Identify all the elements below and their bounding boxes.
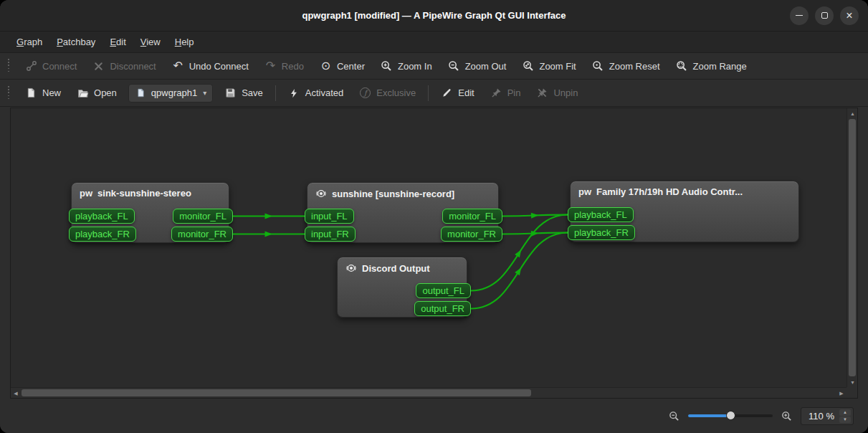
node-header: Discord Output (338, 257, 467, 274)
zoom-slider[interactable] (688, 411, 773, 421)
menu-edit[interactable]: Edit (103, 34, 132, 50)
node-sunshine[interactable]: sunshine [sunshine-record] input_FL inpu… (307, 182, 499, 243)
undo-connect-button[interactable]: ↶ Undo Connect (165, 56, 256, 77)
zoom-slider-handle[interactable] (726, 411, 735, 420)
zoom-slider-fill (688, 414, 730, 417)
port-monitor_FL[interactable]: monitor_FL (442, 209, 502, 224)
new-button[interactable]: New (18, 82, 68, 103)
scroll-up-icon[interactable]: ▲ (847, 108, 858, 118)
activated-toggle[interactable]: Activated (281, 82, 350, 103)
scrollbar-corner (846, 387, 857, 398)
edit-label: Edit (458, 87, 474, 98)
disconnect-icon (92, 60, 105, 72)
zoom-in-icon (381, 60, 393, 72)
connect-icon (25, 60, 37, 72)
save-icon (224, 87, 237, 99)
window-controls: × (790, 6, 868, 25)
chevron-down-icon: ▾ (201, 89, 206, 97)
activated-label: Activated (305, 87, 343, 98)
menu-help[interactable]: Help (168, 34, 201, 50)
unpin-button[interactable]: Unpin (529, 82, 585, 103)
zoom-out-icon (448, 60, 460, 72)
connect-button[interactable]: Connect (18, 56, 84, 77)
port-monitor_FR[interactable]: monitor_FR (441, 227, 502, 242)
exclusive-icon: ƒ (359, 87, 371, 99)
menu-view[interactable]: View (134, 34, 167, 50)
zoom-out-button[interactable]: Zoom Out (441, 56, 514, 77)
port-monitor_FL[interactable]: monitor_FL (173, 209, 233, 224)
node-title: Discord Output (362, 263, 430, 274)
scroll-right-icon[interactable]: ▶ (836, 388, 846, 399)
edit-button[interactable]: Edit (434, 82, 481, 103)
port-monitor_FR[interactable]: monitor_FR (171, 227, 233, 242)
redo-button[interactable]: ↷ Redo (257, 56, 311, 77)
port-playback_FR[interactable]: playback_FR (568, 225, 635, 240)
maximize-button[interactable] (815, 6, 834, 25)
node-family-hd-audio[interactable]: pw Family 17h/19h HD Audio Contr... play… (570, 181, 799, 242)
center-icon: ⊙ (320, 60, 332, 72)
open-button[interactable]: Open (70, 82, 124, 103)
port-input_FL[interactable]: input_FL (305, 209, 354, 224)
vertical-scrollbar[interactable]: ▲ ▼ (846, 108, 857, 387)
menu-patchbay[interactable]: Patchbay (50, 34, 102, 50)
toolbar-drag-handle[interactable] (7, 59, 11, 73)
node-title: sunshine [sunshine-record] (332, 189, 454, 199)
new-label: New (42, 87, 61, 98)
audio-record-icon (345, 262, 357, 274)
scroll-down-icon[interactable]: ▼ (847, 377, 858, 387)
app-window: qpwgraph1 [modified] — A PipeWire Graph … (0, 0, 868, 433)
patchbay-selector[interactable]: qpwgraph1 ▾ (128, 84, 213, 103)
toolbar-separator (428, 85, 429, 101)
vertical-scrollbar-handle[interactable] (849, 119, 856, 376)
window-title: qpwgraph1 [modified] — A PipeWire Graph … (0, 10, 868, 21)
disconnect-button[interactable]: Disconnect (85, 56, 163, 77)
node-sink-sunshine-stereo[interactable]: pw sink-sunshine-stereo playback_FL play… (71, 182, 229, 243)
exclusive-label: Exclusive (376, 87, 416, 98)
save-button[interactable]: Save (217, 82, 270, 103)
zoom-in-button[interactable]: Zoom In (373, 56, 439, 77)
minimize-button[interactable] (790, 6, 809, 25)
scroll-left-icon[interactable]: ◀ (11, 388, 21, 399)
close-button[interactable]: × (840, 6, 859, 25)
toolbar-drag-handle[interactable] (7, 86, 11, 100)
port-input_FR[interactable]: input_FR (305, 227, 356, 242)
unpin-label: Unpin (553, 87, 578, 98)
zoom-fit-button[interactable]: Zoom Fit (515, 56, 583, 77)
center-button[interactable]: ⊙ Center (313, 56, 372, 77)
statusbar: 110 % ▲ ▼ (0, 399, 868, 433)
zoom-out-icon[interactable] (669, 411, 679, 422)
exclusive-toggle[interactable]: ƒ Exclusive (352, 82, 423, 103)
titlebar[interactable]: qpwgraph1 [modified] — A PipeWire Graph … (0, 0, 868, 32)
horizontal-scrollbar[interactable]: ◀ ▶ (11, 387, 846, 398)
zoom-fit-label: Zoom Fit (539, 61, 576, 72)
save-label: Save (242, 87, 263, 98)
redo-label: Redo (282, 61, 304, 72)
zoom-range-button[interactable]: Zoom Range (669, 56, 754, 77)
zoom-in-icon[interactable] (781, 411, 792, 422)
pipewire-icon: pw (578, 186, 591, 197)
audio-record-icon (315, 188, 327, 199)
spin-up-icon[interactable]: ▲ (839, 409, 851, 416)
node-title: sink-sunshine-stereo (97, 188, 191, 199)
zoom-spin-arrows: ▲ ▼ (839, 409, 851, 423)
zoom-reset-label: Zoom Reset (609, 61, 660, 72)
port-output_FR[interactable]: output_FR (414, 301, 471, 316)
patchbay-file-icon (135, 87, 147, 99)
node-header: pw Family 17h/19h HD Audio Contr... (571, 181, 798, 197)
graph-canvas[interactable]: pw sink-sunshine-stereo playback_FL play… (11, 108, 846, 387)
node-title: Family 17h/19h HD Audio Contr... (596, 186, 743, 197)
node-discord-output[interactable]: Discord Output output_FL output_FR (337, 257, 467, 318)
zoom-value: 110 % (809, 411, 834, 422)
center-label: Center (337, 61, 365, 72)
menu-graph[interactable]: Graph (10, 34, 49, 50)
pin-button[interactable]: Pin (483, 82, 528, 103)
port-playback_FL[interactable]: playback_FL (568, 207, 634, 222)
zoom-reset-button[interactable]: Zoom Reset (585, 56, 667, 77)
horizontal-scrollbar-handle[interactable] (22, 389, 531, 396)
port-playback_FL[interactable]: playback_FL (69, 209, 135, 224)
spin-down-icon[interactable]: ▼ (839, 417, 851, 423)
zoom-spinbox[interactable]: 110 % ▲ ▼ (801, 407, 854, 425)
pin-label: Pin (507, 87, 521, 98)
port-playback_FR[interactable]: playback_FR (69, 227, 136, 242)
port-output_FL[interactable]: output_FL (416, 283, 471, 298)
